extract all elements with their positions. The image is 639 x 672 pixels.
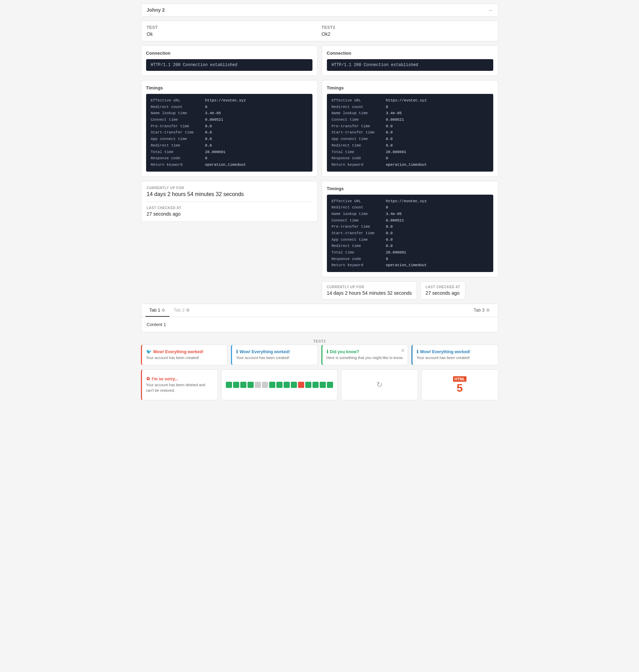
left-connection-card: Connection HTTP/1.1 200 Connection estab…	[141, 45, 318, 76]
notif-4-body: Your account has been created!	[417, 355, 494, 360]
left-timings-title: Timings	[146, 85, 312, 90]
bottom-error-body: Your account has been deleted and can't …	[146, 382, 213, 393]
left-panel: Connection HTTP/1.1 200 Connection estab…	[141, 45, 318, 300]
bottom-error-title: ♻ I'm so sorry...	[146, 376, 178, 381]
bottom-error-title-text: I'm so sorry...	[152, 377, 178, 381]
test2-col: TEST2 Ok2	[322, 25, 493, 37]
notif-card-2: ℹ Wow! Everything worked! Your account h…	[231, 345, 318, 365]
led-dot	[233, 382, 239, 388]
bottom-error-icon: ♻	[146, 376, 150, 381]
right-timings2-card: Timings Effective URLhttps://evotec.xyzR…	[322, 181, 498, 278]
notif-2-icon: ℹ	[236, 349, 238, 354]
bottom-card-html5: HTML 5	[421, 369, 498, 400]
notif-3-close[interactable]: ✕	[401, 348, 405, 353]
right-up-box: CURRENTLY UP FOR 14 days 2 hours 54 minu…	[322, 281, 417, 300]
notif-4-title: ℹ Wow! Everything worked!	[417, 349, 494, 354]
right-timings2-title: Timings	[327, 186, 493, 191]
tab-1-icon: ⚙	[162, 308, 165, 313]
notif-3-body: Here is something that you might like to…	[327, 355, 404, 360]
led-row	[226, 382, 333, 388]
right-checked-label: LAST CHECKED AT	[426, 285, 460, 289]
tabs-section: Tab 1 ⚙ Tab 2 ⚙ Tab 3 ⚙ Content 1	[141, 304, 498, 332]
right-timings1-card: Timings Effective URLhttps://evotec.xyzR…	[322, 80, 498, 177]
right-checked-value: 27 seconds ago	[426, 290, 460, 296]
tab-1[interactable]: Tab 1 ⚙	[145, 304, 170, 317]
tab-2[interactable]: Tab 2 ⚙	[169, 304, 194, 317]
notif-3-title-text: Did you know?	[330, 349, 359, 354]
left-timings-table: Effective URLhttps://evotec.xyzRedirect …	[146, 94, 312, 172]
test1-label: TEST	[147, 25, 318, 30]
header-actions: ···	[489, 8, 493, 13]
bottom-card-leds	[221, 369, 338, 400]
led-dot	[320, 382, 326, 388]
left-connection-code: HTTP/1.1 200 Connection established	[146, 59, 312, 71]
tab-3[interactable]: Tab 3 ⚙	[470, 304, 494, 317]
notif-2-body: Your account has been created!	[236, 355, 313, 360]
notif-1-icon: 🐦	[146, 349, 152, 354]
main-two-col: Connection HTTP/1.1 200 Connection estab…	[141, 45, 498, 300]
right-timings2-table: Effective URLhttps://evotec.xyzRedirect …	[327, 195, 493, 272]
left-checked-label: LAST CHECKED AT	[147, 206, 312, 210]
tabs-content-text: Content 1	[147, 322, 166, 327]
tabs-content: Content 1	[141, 317, 498, 332]
right-connection-card: Connection HTTP/1.1 200 Connection estab…	[322, 45, 498, 76]
test2-section-label: TEST2	[141, 336, 498, 345]
top-tests-card: TEST Ok TEST2 Ok2	[141, 21, 498, 41]
led-dot	[240, 382, 246, 388]
notif-2-title: ℹ Wow! Everything worked!	[236, 349, 313, 354]
tab-1-label: Tab 1	[150, 307, 161, 313]
right-checked-box: LAST CHECKED AT 27 seconds ago	[420, 281, 465, 300]
left-status-card: CURRENTLY UP FOR 14 days 2 hours 54 minu…	[141, 181, 318, 222]
left-up-value: 14 days 2 hours 54 minutes 32 seconds	[147, 191, 312, 197]
left-connection-title: Connection	[146, 51, 312, 56]
right-status-row: CURRENTLY UP FOR 14 days 2 hours 54 minu…	[322, 281, 498, 300]
test2-value: Ok2	[322, 31, 493, 37]
notif-4-title-text: Wow! Everything worked!	[420, 349, 470, 354]
bottom-card-refresh: ↻	[341, 369, 418, 400]
left-timings-card: Timings Effective URLhttps://evotec.xyzR…	[141, 80, 318, 177]
notif-card-4: ℹ Wow! Everything worked! Your account h…	[411, 345, 498, 365]
notif-3-title: ℹ Did you know?	[327, 349, 404, 354]
led-dot	[327, 382, 333, 388]
notif-card-1: 🐦 Wow! Everything worked! Your account h…	[141, 345, 228, 365]
led-dot	[269, 382, 275, 388]
test1-col: TEST Ok	[147, 25, 318, 37]
notif-4-icon: ℹ	[417, 349, 418, 354]
notif-1-title-text: Wow! Everything worked!	[153, 349, 203, 354]
left-checked-value: 27 seconds ago	[147, 211, 312, 217]
led-dot	[226, 382, 232, 388]
led-dot	[276, 382, 283, 388]
led-dot	[291, 382, 297, 388]
notif-card-3: ✕ ℹ Did you know? Here is something that…	[321, 345, 408, 365]
led-dot	[262, 382, 268, 388]
tab-3-label: Tab 3	[474, 307, 485, 313]
led-dot	[312, 382, 319, 388]
monitor-name: Johny 2	[147, 7, 165, 13]
notif-3-icon: ℹ	[327, 349, 328, 354]
tab-3-icon: ⚙	[486, 308, 490, 313]
tabs-header: Tab 1 ⚙ Tab 2 ⚙ Tab 3 ⚙	[141, 304, 498, 317]
bottom-grid: ♻ I'm so sorry... Your account has been …	[141, 369, 498, 400]
right-timings1-title: Timings	[327, 85, 493, 90]
notif-1-title: 🐦 Wow! Everything worked!	[146, 349, 223, 354]
tab-2-label: Tab 2	[174, 307, 185, 313]
led-dot	[255, 382, 261, 388]
test1-value: Ok	[147, 31, 318, 37]
right-panel: Connection HTTP/1.1 200 Connection estab…	[322, 45, 498, 300]
led-dot	[298, 382, 304, 388]
right-up-label: CURRENTLY UP FOR	[327, 285, 412, 289]
tab-2-icon: ⚙	[186, 308, 190, 313]
notif-2-title-text: Wow! Everything worked!	[240, 349, 290, 354]
right-timings1-table: Effective URLhttps://evotec.xyzRedirect …	[327, 94, 493, 172]
led-dot	[305, 382, 311, 388]
right-up-value: 14 days 2 hours 54 minutes 32 seconds	[327, 290, 412, 296]
bottom-card-error: ♻ I'm so sorry... Your account has been …	[141, 369, 218, 400]
html5-icon: HTML 5	[453, 376, 466, 393]
notifications-grid: 🐦 Wow! Everything worked! Your account h…	[141, 345, 498, 365]
header-strip: Johny 2 ···	[141, 3, 498, 17]
right-connection-code: HTTP/1.1 200 Connection established	[327, 59, 493, 71]
notif-1-body: Your account has been created!	[146, 355, 223, 360]
refresh-icon: ↻	[376, 380, 383, 389]
right-connection-title: Connection	[327, 51, 493, 56]
led-dot	[247, 382, 254, 388]
